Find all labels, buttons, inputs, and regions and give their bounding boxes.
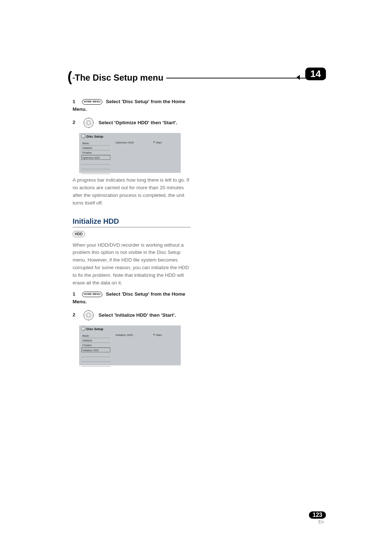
menu-item-selected: Optimize HDD — [81, 155, 110, 160]
menu-item: Finalize — [81, 343, 110, 348]
page-lang: En — [309, 519, 326, 524]
optimize-step-2: 2 Select 'Optimize HDD' then 'Start'. — [73, 116, 191, 129]
screenshot-title: Disc Setup — [86, 327, 103, 331]
menu-item: Finalize — [81, 150, 110, 155]
screenshot-title: Disc Setup — [86, 135, 103, 138]
menu-item-empty — [81, 160, 110, 165]
chapter-title-bar: ( The Disc Setup menu 14 — [73, 73, 326, 87]
menu-item-empty — [81, 352, 110, 357]
svg-point-7 — [84, 311, 93, 320]
disc-icon — [81, 134, 86, 138]
play-icon — [154, 141, 155, 143]
nav-dial-icon — [82, 116, 95, 129]
screenshot-menu: Basic Initialize Finalize Optimize HDD — [81, 141, 110, 174]
chapter-caret-icon — [297, 75, 300, 80]
paren-decor: ( — [68, 69, 72, 85]
menu-item-empty — [81, 169, 110, 174]
initialize-body-text: When your HDD/DVD recorder is working wi… — [73, 242, 191, 287]
menu-item-empty — [81, 357, 110, 362]
initialize-step-1: 1 HOME MENU Select 'Disc Setup' from the… — [73, 291, 191, 306]
svg-point-9 — [87, 314, 90, 317]
menu-item-empty — [81, 362, 110, 366]
screenshot-start: Start — [154, 141, 162, 144]
menu-item: Basic — [81, 333, 110, 338]
chapter-number-badge: 14 — [305, 68, 326, 80]
screenshot-menu: Basic Initialize Finalize Initialize HDD — [81, 333, 110, 366]
hdd-badge-icon: HDD — [73, 231, 85, 237]
step-text: Select 'Optimize HDD' then 'Start'. — [99, 119, 177, 125]
menu-item-selected: Initialize HDD — [81, 348, 110, 352]
home-menu-key-icon: HOME MENU — [82, 292, 102, 297]
initialize-step-2: 2 Select 'Initialize HDD' then 'Start'. — [73, 309, 191, 322]
menu-item: Initialize — [81, 146, 110, 150]
step-number: 1 — [73, 98, 78, 106]
svg-point-0 — [84, 118, 93, 127]
home-menu-key-icon: HOME MENU — [82, 99, 102, 105]
menu-item-empty — [81, 165, 110, 169]
menu-item: Basic — [81, 141, 110, 146]
step-text: Select 'Initialize HDD' then 'Start'. — [99, 312, 176, 317]
page-footer: 123 En — [309, 511, 326, 524]
menu-item: Initialize — [81, 338, 110, 343]
initialize-screenshot: Disc Setup Basic Initialize Finalize Ini… — [79, 325, 181, 365]
manual-page: ( The Disc Setup menu 14 1 HOME MENU Sel… — [0, 0, 392, 555]
start-label: Start — [156, 141, 162, 144]
chapter-title: The Disc Setup menu — [75, 73, 166, 83]
screenshot-middle: Optimize HDD — [115, 141, 134, 144]
optimize-body-text: A progress bar indicates how long there … — [73, 177, 191, 207]
play-icon — [154, 333, 155, 336]
svg-point-8 — [86, 313, 91, 318]
section-heading-initialize: Initialize HDD — [73, 217, 191, 227]
optimize-step-1: 1 HOME MENU Select 'Disc Setup' from the… — [73, 98, 191, 113]
content-column: 1 HOME MENU Select 'Disc Setup' from the… — [73, 98, 191, 365]
svg-point-1 — [86, 120, 91, 125]
start-label: Start — [156, 333, 162, 337]
step-number: 2 — [73, 119, 78, 126]
svg-point-2 — [87, 121, 90, 124]
screenshot-start: Start — [154, 333, 162, 337]
step-number: 1 — [73, 291, 78, 298]
nav-dial-icon — [82, 309, 95, 322]
screenshot-middle: Initialize HDD — [115, 333, 133, 337]
disc-icon — [81, 327, 86, 331]
page-number-badge: 123 — [309, 511, 326, 519]
optimize-screenshot: Disc Setup Basic Initialize Finalize Opt… — [79, 133, 181, 173]
step-number: 2 — [73, 311, 78, 319]
